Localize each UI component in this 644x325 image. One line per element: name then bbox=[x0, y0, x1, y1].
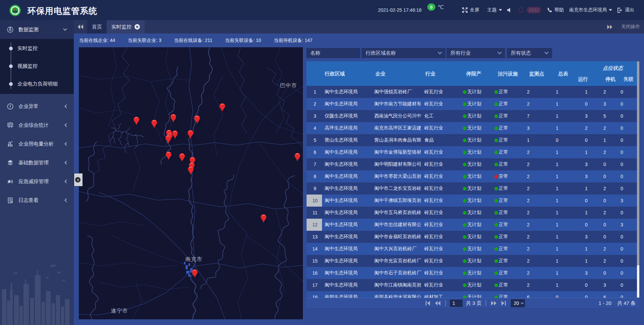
sidebar-item-company-abnormal[interactable]: 企业异常 bbox=[0, 97, 74, 116]
status-dot-green bbox=[463, 223, 467, 227]
cell-index: 6 bbox=[307, 146, 322, 158]
table-row[interactable]: 14 阆中生态环境局 阆中大兴页岩机砖厂 砖瓦行业 无计划 正常 2 1 1 2… bbox=[307, 243, 637, 255]
tab-realtime-monitoring[interactable]: 实时监控 bbox=[107, 20, 145, 34]
sidebar-item-power-load-detail[interactable]: 企业电力负荷明细 bbox=[0, 75, 74, 93]
sidebar-item-company-statistics[interactable]: 企业综合统计 bbox=[0, 116, 74, 134]
mute-button[interactable] bbox=[507, 7, 513, 13]
table-row[interactable]: 18 南部生态环境局 南部县科华水泥有限公 砖材加工 无计划 正常 6 0 0 … bbox=[307, 291, 637, 298]
map-marker-pin[interactable] bbox=[219, 103, 228, 113]
table-row[interactable]: 8 阆中生态环境局 阆中市枣碧大梁山页岩 砖瓦行业 无计划 异常 2 1 3 0… bbox=[307, 170, 637, 182]
col-group-point-status: 点位状态 bbox=[603, 65, 623, 71]
caret-down-icon bbox=[499, 9, 502, 11]
bullet-dot-icon bbox=[9, 47, 13, 50]
status-dot-green bbox=[463, 247, 467, 251]
region-select[interactable]: 行政区域名称 bbox=[362, 48, 445, 58]
logout-button[interactable]: 退出 bbox=[617, 7, 634, 13]
table-row[interactable]: 5 营山生态环境局 营山县润丰肉食品有限 食品 无计划 正常 1 0 0 1 0 bbox=[307, 134, 637, 146]
alarm-count-badge: 2632 bbox=[527, 7, 541, 13]
map-marker-pin[interactable] bbox=[179, 153, 188, 163]
table-row[interactable]: 10 阆中生态环境局 阆中千佛镇五郎垭页岩 砖瓦行业 无计划 正常 2 1 0 … bbox=[307, 195, 637, 207]
cell-company: 南部县科华水泥有限公 bbox=[374, 291, 425, 298]
industry-select[interactable]: 所有行业 bbox=[446, 48, 505, 58]
name-search-input[interactable]: 名称 bbox=[306, 48, 360, 58]
prev-page-button[interactable] bbox=[434, 300, 441, 307]
org-dropdown[interactable]: 南充市生态环境局 bbox=[569, 7, 612, 13]
tab-home[interactable]: 首页 bbox=[87, 20, 107, 34]
cell-index: 8 bbox=[307, 170, 322, 182]
table-scrollbar[interactable] bbox=[637, 61, 639, 298]
chevron-left-icon bbox=[64, 161, 68, 164]
sidebar-item-label: 企业综合统计 bbox=[18, 122, 65, 128]
fullscreen-button[interactable]: 全屏 bbox=[462, 7, 479, 13]
alarm-indicator[interactable]: 2632 bbox=[518, 7, 541, 13]
cell-limit-status: 无计划 bbox=[463, 195, 494, 207]
help-button[interactable]: 帮助 bbox=[547, 7, 564, 13]
table-row[interactable]: 17 阆中生态环境局 阆中市江南镇阆南页岩 砖瓦行业 无计划 正常 2 1 0 … bbox=[307, 279, 637, 291]
cell-company: 阆中市石子页岩机砖厂 bbox=[374, 267, 425, 279]
next-page-button[interactable] bbox=[490, 300, 497, 307]
table-row[interactable]: 1 阆中生态环境局 阆中强锐页岩砖厂 砖瓦行业 无计划 正常 2 1 1 2 0 bbox=[307, 86, 637, 98]
total-pages-label: 共 3 页 bbox=[466, 300, 482, 307]
tab-label: 实时监控 bbox=[111, 24, 131, 30]
sidebar-item-video-monitoring[interactable]: 视频监控 bbox=[0, 57, 74, 75]
cell-meter-count: 0 bbox=[547, 291, 567, 298]
page-size-select[interactable]: 20 bbox=[511, 299, 525, 307]
map-marker-pin[interactable] bbox=[194, 115, 203, 125]
cell-region: 阆中生态环境局 bbox=[325, 207, 374, 219]
tab-close-icon[interactable] bbox=[135, 24, 140, 30]
scrollbar-thumb[interactable] bbox=[637, 265, 639, 297]
sidebar-item-log-view[interactable]: 日志查看 bbox=[0, 191, 74, 210]
cell-run-count: 0 bbox=[576, 219, 596, 231]
map-marker-pin[interactable] bbox=[192, 269, 201, 279]
theme-dropdown[interactable]: 主题 bbox=[487, 7, 502, 13]
layers-icon bbox=[7, 160, 13, 166]
status-dot-green bbox=[463, 126, 467, 130]
table-row[interactable]: 12 阆中生态环境局 阆中市忠信建材有限公 砖瓦行业 无计划 正常 2 1 0 … bbox=[307, 219, 637, 231]
table-row[interactable]: 13 阆中生态环境局 阆中市金福旺页岩机砖 砖瓦行业 无计划 正常 2 1 3 … bbox=[307, 231, 637, 243]
map-marker-pin[interactable] bbox=[165, 135, 174, 145]
status-select[interactable]: 所有状态 bbox=[507, 48, 552, 58]
sidebar-item-data-monitoring[interactable]: 数据监测 bbox=[0, 20, 74, 39]
map-marker-pin[interactable] bbox=[187, 166, 197, 176]
table-row[interactable]: 11 阆中生态环境局 阆中市五马桥页岩机砖 砖瓦行业 无计划 正常 2 1 1 … bbox=[307, 207, 637, 219]
table-row[interactable]: 9 阆中生态环境局 阆中市二龙长宝页岩砖 砖瓦行业 无计划 正常 2 1 1 2… bbox=[307, 182, 637, 195]
map-marker-pin[interactable] bbox=[165, 151, 174, 161]
sidebar-item-base-data[interactable]: 基础数据管理 bbox=[0, 153, 74, 172]
cell-monitor-count: 6 bbox=[518, 291, 538, 298]
double-right-arrow-icon[interactable] bbox=[607, 25, 612, 29]
map-marker-pin[interactable] bbox=[260, 214, 269, 224]
cell-region: 阆中生态环境局 bbox=[325, 98, 374, 110]
sidebar-item-emergency-management[interactable]: 应急减排管理 bbox=[0, 172, 74, 191]
status-dot-green bbox=[463, 187, 467, 191]
table-row[interactable]: 7 阆中生态环境局 阆中明阳建材有限公司 砖瓦行业 无计划 正常 2 1 3 0… bbox=[307, 158, 637, 170]
first-page-button[interactable] bbox=[424, 300, 431, 307]
close-operations-button[interactable]: 关闭操作 bbox=[621, 24, 640, 30]
sidebar-item-realtime-monitoring[interactable]: 实时监控 bbox=[0, 40, 74, 57]
table-row[interactable]: 4 高坪生态环境局 南充市高坪区王家店建 砖瓦行业 无计划 正常 3 1 2 2… bbox=[307, 122, 637, 134]
cell-index: 7 bbox=[307, 158, 322, 170]
cell-company: 阆中市南方节能建材有 bbox=[374, 98, 425, 110]
cell-limit-status: 无计划 bbox=[463, 134, 494, 146]
map-marker-pin[interactable] bbox=[187, 130, 196, 140]
table-row[interactable]: 2 阆中生态环境局 阆中市南方节能建材有 砖瓦行业 无计划 正常 2 1 0 3… bbox=[307, 98, 637, 110]
cell-limit-status: 无计划 bbox=[463, 255, 494, 267]
cell-industry: 砖瓦行业 bbox=[424, 158, 461, 170]
table-row[interactable]: 15 阆中生态环境局 阆中市光富页岩机砖厂 砖瓦行业 无计划 正常 2 1 1 … bbox=[307, 255, 637, 267]
tabs-scroll-left-button[interactable] bbox=[74, 20, 87, 34]
cell-limit-status: 无计划 bbox=[463, 146, 494, 158]
table-row[interactable]: 3 仪陇生态环境局 西南油气田分公司川中 化工 无计划 正常 7 1 3 5 0 bbox=[307, 110, 637, 122]
sidebar-item-power-analysis[interactable]: 企业用电量分析 bbox=[0, 134, 74, 153]
cell-run-count: 0 bbox=[576, 98, 596, 110]
map-collapse-button[interactable] bbox=[74, 173, 83, 186]
last-page-button[interactable] bbox=[500, 300, 507, 307]
map-marker-pin[interactable] bbox=[170, 114, 179, 124]
cell-industry: 砖瓦行业 bbox=[424, 195, 461, 207]
map-marker-pin[interactable] bbox=[294, 153, 303, 163]
map-marker-pin[interactable] bbox=[133, 116, 142, 126]
map-marker-pin[interactable] bbox=[151, 119, 160, 129]
table-row[interactable]: 6 阆中生态环境局 阆中市金博瑞新型墙材 砖瓦行业 无计划 正常 2 1 1 2… bbox=[307, 146, 637, 158]
table-row[interactable]: 16 阆中生态环境局 阆中市石子页岩机砖厂 砖瓦行业 无计划 正常 2 1 3 … bbox=[307, 267, 637, 279]
page-number-input[interactable]: 1 bbox=[450, 300, 463, 307]
cell-index: 17 bbox=[307, 279, 322, 291]
map[interactable]: 巴中市南充市遂宁市 bbox=[79, 47, 303, 319]
